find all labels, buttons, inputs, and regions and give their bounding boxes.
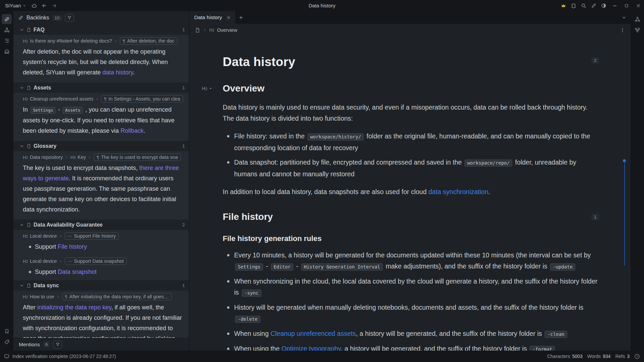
breadcrumb-heading[interactable]: Overview [217,27,237,33]
theme-toggle-button[interactable] [599,0,609,11]
crumb-segment[interactable]: H2Cleanup unreferenced assets [23,96,93,102]
dock-button-graph[interactable] [632,14,642,24]
tabbar-spacer [247,11,617,24]
text-run: History will be generated when manually … [234,304,583,311]
more-icon[interactable] [620,27,625,33]
list-item[interactable]: File history: saved in the workspace/his… [223,131,599,154]
membership-button[interactable] [558,0,569,11]
mentions-header[interactable]: Mentions 6 [13,338,189,351]
list-item[interactable]: Every 10 minutes, a history will be gene… [223,250,599,273]
inline-link[interactable]: Optimize typography [281,345,341,351]
backlink-section-header[interactable]: Glossary1 [13,141,189,151]
backlinks-filter-button[interactable] [65,14,74,22]
tab-data-history[interactable]: Data history [189,11,235,24]
doc-icon[interactable] [195,27,200,33]
crumb-segment[interactable]: H2Data repository [23,155,63,160]
backlink-content[interactable]: The key is used to encrypt data snapshot… [13,162,189,220]
edit-mode-button[interactable] [589,0,599,11]
navigate-forward-button[interactable] [50,1,59,10]
section-heading[interactable]: File history [223,212,273,222]
ref-count-badge[interactable]: 2 [591,57,599,64]
global-search-button[interactable] [579,0,589,11]
backlink-content[interactable]: In Settings - Assets , you can clean up … [13,103,189,141]
backlink-breadcrumb[interactable]: H2Cleanup unreferenced assets¶In Setting… [13,93,189,103]
close-window-button[interactable] [632,0,644,11]
crumb-focused-segment[interactable]: ⋯Support Data snapshot [65,257,127,265]
dock-button-graph[interactable] [2,25,12,35]
crumb-segment[interactable]: H2Local device [23,233,57,239]
dock-button-backlink[interactable] [2,14,12,24]
app-menu-button[interactable]: SiYuan [3,2,29,9]
mentions-filter-button[interactable] [53,341,62,349]
navigate-back-button[interactable] [40,1,49,10]
crumb-focused-segment[interactable]: ¶In Settings - Assets, you can clea [101,95,183,103]
crumb-focused-segment[interactable]: ¶After initializing the data repo key, i… [62,293,172,300]
scroll-indicator-dot[interactable] [623,159,626,162]
backlinks-header: Backlinks 10 [13,11,189,24]
tab-close-icon[interactable] [226,15,231,20]
dock-button-tag[interactable] [2,337,12,347]
chevron-down-icon [19,144,24,148]
crumb-type-chip: H2 [23,259,28,264]
backlink-breadcrumb[interactable]: H2Local device⋯Support Data snapshot [13,255,189,265]
mentions-title: Mentions [19,342,40,348]
inline-link[interactable]: initializing the data repo key [37,304,111,311]
list-item[interactable]: Data snapshot: partitioned by file, encr… [223,157,599,180]
new-tab-button[interactable] [235,11,247,24]
crumb-text: Local device [30,258,57,264]
crumb-segment[interactable]: H2How to use [23,294,54,299]
doc-title[interactable]: Data history [223,55,295,69]
crumb-focused-segment[interactable]: ¶The key is used to encrypt data sna [94,154,181,161]
sub-heading[interactable]: File history generation rules [223,234,599,243]
inline-link[interactable]: Cleanup unreferenced assets [270,330,356,337]
minimize-button[interactable] [609,0,621,11]
dock-button-relation[interactable] [632,25,642,35]
backlink-breadcrumb[interactable]: H2Is there any #Note# for deleting docs?… [13,35,189,45]
inline-link[interactable]: File history [58,243,87,250]
paragraph[interactable]: In addition to local data history, data … [223,186,599,197]
editor-scroll-area[interactable]: Data history2H2OverviewData history is m… [189,36,631,351]
list-item[interactable]: When using Cleanup unreferenced assets, … [223,328,599,340]
crumb-segment[interactable]: H2Local device [23,258,57,264]
crumb-focused-segment[interactable]: ¶After deletion, the doc [120,37,177,45]
backlink-content-list-item[interactable]: Support File history [13,240,189,255]
backlink-section-header[interactable]: Data sync1 [13,280,189,291]
chevron-right-icon [56,295,60,299]
ref-count-badge[interactable]: 1 [591,214,599,220]
backlink-breadcrumb[interactable]: H2How to use¶After initializing the data… [13,291,189,301]
help-icon[interactable]: ? [634,354,640,359]
backlink-section-header[interactable]: FAQ1 [13,24,189,35]
refs-counter: Refs 3 [615,354,630,359]
sync-cloud-button[interactable] [30,1,39,10]
inline-link[interactable]: data history [102,69,133,76]
fold-arrow-icon[interactable] [209,87,212,90]
crumb-segment[interactable]: H2Is there any #Note# for deleting docs? [23,38,112,44]
backlink-content[interactable]: After initializing the data repo key, if… [13,301,189,338]
backlink-content-list-item[interactable]: Support Data snapshot [13,265,189,280]
paragraph[interactable]: Data history is mainly used to ensure da… [223,102,599,124]
backlink-content[interactable]: After deletion, the doc will not appear … [13,45,189,82]
backlink-section-header[interactable]: Assets1 [13,82,189,93]
dock-button-bookmark[interactable] [2,326,12,336]
plugins-button[interactable] [569,0,579,11]
tab-list-button[interactable] [617,11,631,24]
backlink-breadcrumb[interactable]: H2Local device⋯Support File history [13,230,189,240]
dock-button-outline[interactable] [2,36,12,46]
list-item[interactable]: When using the Optimize typography, a hi… [223,343,599,351]
dock-button-inbox[interactable] [2,46,12,56]
inline-link[interactable]: data synchronization [428,188,488,195]
section-heading[interactable]: Overview [223,83,265,94]
backlink-breadcrumb[interactable]: H2Data repositoryH3Key¶The key is used t… [13,151,189,162]
backlinks-panel: Backlinks 10 FAQ1H2Is there any #Note# f… [13,11,189,351]
crumb-focused-segment[interactable]: ⋯Support File history [65,232,119,240]
crumb-segment[interactable]: H3Key [70,155,86,160]
inline-link[interactable]: Rollback [120,127,144,134]
heading-gutter[interactable]: H2 [202,86,212,91]
text-run: Support [35,243,58,250]
backlink-doc-title: FAQ [34,27,180,33]
list-item[interactable]: When synchronizing in the cloud, the loc… [223,276,599,299]
maximize-button[interactable] [621,0,632,11]
list-item[interactable]: History will be generated when manually … [223,302,599,325]
backlink-section-header[interactable]: Data Availability Guarantee2 [13,220,189,230]
inline-link[interactable]: Data snapshot [58,268,97,275]
